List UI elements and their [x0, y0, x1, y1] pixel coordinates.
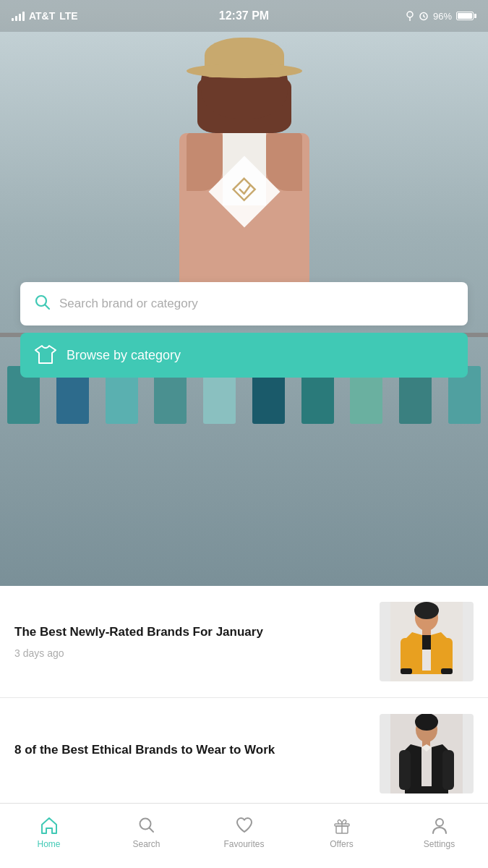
nav-item-favourites[interactable]: Favourites: [195, 815, 293, 849]
search-bar[interactable]: Search brand or category: [20, 282, 468, 326]
news-item-1-time: 3 days ago: [14, 647, 368, 659]
nav-item-offers[interactable]: Offers: [293, 815, 390, 849]
nav-label-home: Home: [37, 839, 60, 849]
status-right: 96%: [406, 11, 476, 22]
status-time: 12:37 PM: [219, 9, 269, 22]
nav-label-offers: Offers: [330, 839, 353, 849]
svg-line-3: [46, 305, 50, 310]
person-icon: [429, 815, 450, 835]
bottom-nav: Home Search Favourites: [0, 803, 488, 868]
svg-point-23: [436, 819, 443, 826]
nav-label-settings: Settings: [424, 839, 455, 849]
news-item-1-image: [380, 602, 474, 681]
carrier-info: AT&T LTE: [12, 10, 78, 22]
battery-percent: 96%: [433, 11, 452, 22]
search-icon: [35, 294, 51, 313]
nav-label-favourites: Favourites: [223, 839, 264, 849]
news-item-1-title: The Best Newly-Rated Brands For January: [14, 624, 368, 640]
app-logo-icon: [230, 175, 259, 209]
svg-rect-17: [399, 750, 411, 790]
svg-rect-11: [401, 668, 412, 674]
news-item-2-image: [380, 714, 474, 793]
browse-label: Browse by category: [67, 348, 181, 363]
svg-point-0: [407, 12, 413, 17]
nav-label-search: Search: [132, 839, 160, 849]
battery-icon: [456, 12, 476, 20]
heart-icon: [234, 815, 254, 835]
news-item-2[interactable]: 8 of the Best Ethical Brands to Wear to …: [0, 698, 488, 810]
svg-line-20: [149, 828, 153, 833]
search-overlay: Search brand or category Browse by categ…: [0, 282, 488, 378]
svg-rect-7: [422, 628, 431, 635]
svg-rect-8: [422, 635, 431, 650]
content-section: The Best Newly-Rated Brands For January …: [0, 586, 488, 810]
news-item-1-text: The Best Newly-Rated Brands For January …: [14, 624, 368, 659]
browse-by-category-button[interactable]: Browse by category: [20, 333, 468, 378]
nav-item-home[interactable]: Home: [0, 815, 98, 849]
svg-point-6: [414, 602, 439, 619]
svg-rect-12: [441, 668, 453, 674]
status-bar: AT&T LTE 12:37 PM 96%: [0, 0, 488, 32]
yellow-jacket-illustration: [390, 602, 463, 681]
nav-item-settings[interactable]: Settings: [390, 815, 488, 849]
search-nav-icon: [137, 815, 157, 835]
location-icon: [406, 11, 414, 21]
carrier-text: AT&T: [29, 10, 55, 22]
svg-rect-18: [442, 750, 454, 790]
alarm-icon: [419, 11, 429, 21]
news-item-2-text: 8 of the Best Ethical Brands to Wear to …: [14, 742, 368, 765]
gift-icon: [332, 815, 352, 835]
black-jacket-illustration: [390, 714, 463, 793]
home-icon: [39, 815, 59, 835]
news-item-2-title: 8 of the Best Ethical Brands to Wear to …: [14, 742, 368, 758]
svg-point-15: [415, 714, 438, 731]
nav-item-search[interactable]: Search: [98, 815, 195, 849]
shirt-icon: [35, 344, 56, 367]
signal-icon: [12, 11, 25, 21]
search-placeholder[interactable]: Search brand or category: [59, 297, 453, 311]
news-item-1[interactable]: The Best Newly-Rated Brands For January …: [0, 586, 488, 698]
network-text: LTE: [59, 10, 77, 22]
